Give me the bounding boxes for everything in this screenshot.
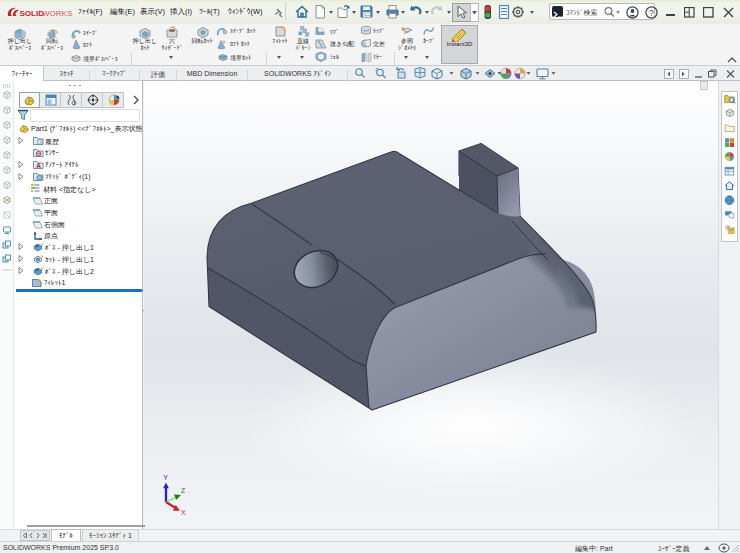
svg-text:A: A	[36, 162, 41, 169]
svg-text:?: ?	[649, 8, 654, 18]
svg-text:Z: Z	[181, 487, 185, 494]
svg-text:Y: Y	[163, 474, 168, 481]
svg-text:X: X	[181, 509, 186, 516]
